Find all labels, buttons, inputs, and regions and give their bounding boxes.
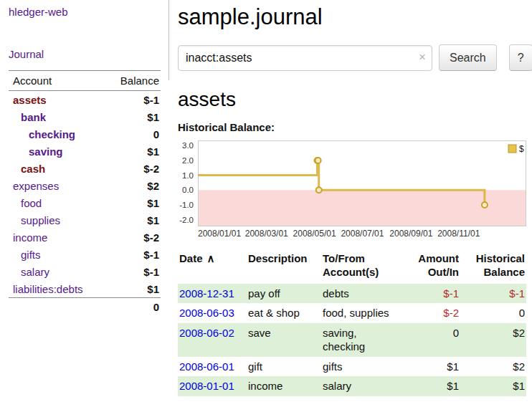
transaction-date-link[interactable]: 2008-06-01	[179, 360, 234, 373]
account-name-cell: saving	[9, 143, 103, 160]
clear-search-icon[interactable]: ×	[419, 50, 426, 64]
transaction-date-link[interactable]: 2008-12-31	[179, 287, 234, 299]
register-col-date[interactable]: Date∧	[178, 251, 247, 284]
account-row: assets$-1	[9, 91, 161, 109]
accounts-table: Account Balance assets$-1bank$1checking0…	[9, 70, 161, 315]
transaction-amount: $1	[416, 357, 460, 377]
y-tick-label: 3.0	[182, 141, 194, 150]
transaction-date-link[interactable]: 2008-01-01	[179, 380, 234, 392]
account-balance: 0	[103, 125, 161, 143]
account-link[interactable]: checking	[29, 128, 75, 140]
account-heading: assets	[178, 88, 532, 111]
account-balance: $1	[103, 108, 161, 125]
account-row: gifts$-1	[9, 246, 161, 263]
account-balance: $-2	[103, 160, 161, 177]
account-link[interactable]: gifts	[21, 249, 41, 261]
transaction-balance: 0	[460, 303, 526, 323]
account-row: cash$-2	[9, 160, 161, 177]
transaction-date-cell: 2008-01-01	[178, 376, 247, 396]
accounts-col-account: Account	[9, 71, 103, 91]
hledger-web-page: hledger-web Journal Account Balance asse…	[0, 0, 532, 417]
transaction-accounts: gifts	[321, 357, 416, 377]
transaction-amount: 0	[416, 323, 460, 357]
sort-ascending-icon: ∧	[207, 252, 215, 264]
transaction-date-link[interactable]: 2008-06-03	[179, 307, 234, 319]
account-name-cell: checking	[9, 125, 103, 143]
account-link[interactable]: cash	[21, 163, 45, 175]
register-col-amount: Amount Out/In	[416, 251, 460, 284]
x-tick-label: 2008/09/01	[389, 229, 432, 239]
historical-balance-chart: 3.02.01.00.0-1.0-2.02008/01/012008/03/01…	[178, 138, 526, 239]
account-name-cell: expenses	[9, 177, 103, 194]
transaction-description: gift	[247, 357, 321, 377]
account-row: food$1	[9, 194, 161, 211]
main-content: sample.journal × Search ? assets Histori…	[169, 0, 532, 417]
transaction-date-cell: 2008-06-03	[178, 303, 247, 323]
y-tick-label: 0.0	[182, 186, 194, 194]
transaction-row: 2008-06-02savesaving, checking0$2	[178, 323, 526, 357]
data-point-marker	[482, 202, 488, 208]
transaction-amount: $-1	[416, 284, 460, 304]
transaction-accounts: salary	[321, 376, 416, 396]
transaction-balance: $1	[460, 376, 526, 396]
transaction-description: income	[247, 376, 321, 396]
account-link[interactable]: liabilities:debts	[13, 283, 83, 295]
transaction-amount: $-2	[416, 303, 460, 323]
legend-swatch	[508, 145, 516, 153]
account-name-cell: supplies	[9, 211, 103, 229]
x-tick-label: 2008/01/01	[198, 229, 241, 239]
register-col-date-label: Date	[179, 252, 203, 264]
transaction-date-cell: 2008-06-01	[178, 357, 247, 377]
transaction-accounts: saving, checking	[321, 323, 416, 357]
account-link[interactable]: income	[13, 231, 47, 244]
account-link[interactable]: saving	[29, 145, 63, 158]
y-tick-label: -2.0	[179, 216, 194, 224]
account-balance: $2	[103, 177, 161, 194]
account-balance: $-2	[103, 229, 161, 246]
chart-title: Historical Balance:	[178, 121, 532, 133]
app-title-link[interactable]: hledger-web	[9, 6, 68, 18]
transaction-amount: $1	[416, 376, 460, 396]
account-link[interactable]: assets	[13, 94, 47, 106]
data-point-marker	[315, 158, 321, 163]
account-link[interactable]: expenses	[13, 180, 59, 192]
accounts-total-row: 0	[9, 298, 161, 316]
accounts-total-spacer	[9, 298, 103, 316]
transaction-accounts: debts	[321, 284, 416, 304]
x-tick-label: 2008/05/01	[293, 229, 336, 239]
account-row: checking0	[9, 125, 161, 143]
search-box: ×	[178, 45, 432, 71]
account-balance: $1	[103, 194, 161, 211]
nav-journal-link[interactable]: Journal	[9, 48, 161, 60]
account-row: income$-2	[9, 229, 161, 246]
account-link[interactable]: food	[21, 197, 42, 209]
help-button[interactable]: ?	[509, 44, 532, 71]
transaction-balance: $2	[460, 323, 526, 357]
transaction-date-cell: 2008-12-31	[178, 284, 247, 304]
account-name-cell: gifts	[9, 246, 103, 263]
transaction-description: save	[247, 323, 321, 357]
search-bar: × Search ?	[178, 44, 532, 71]
transaction-accounts: food, supplies	[321, 303, 416, 323]
search-button[interactable]: Search	[439, 44, 497, 71]
account-balance: $-1	[103, 246, 161, 263]
accounts-total-value: 0	[103, 298, 161, 316]
accounts-col-balance: Balance	[103, 71, 161, 91]
account-name-cell: food	[9, 194, 103, 211]
transaction-date-link[interactable]: 2008-06-02	[179, 327, 234, 339]
search-input[interactable]	[178, 45, 432, 71]
account-link[interactable]: supplies	[21, 214, 60, 226]
y-tick-label: 1.0	[182, 171, 194, 180]
account-link[interactable]: salary	[21, 266, 49, 278]
account-balance: $1	[103, 211, 161, 229]
account-balance: $-1	[103, 263, 161, 280]
sidebar: hledger-web Journal Account Balance asse…	[0, 0, 169, 417]
x-tick-label: 2008/03/01	[245, 229, 288, 239]
transaction-description: eat & shop	[247, 303, 321, 323]
x-tick-label: 2008/11/01	[437, 229, 480, 239]
account-name-cell: cash	[9, 160, 103, 177]
transaction-row: 2008-01-01incomesalary$1$1	[178, 376, 526, 396]
accounts-header-row: Account Balance	[9, 71, 161, 91]
account-name-cell: assets	[9, 91, 103, 109]
account-link[interactable]: bank	[21, 111, 46, 123]
